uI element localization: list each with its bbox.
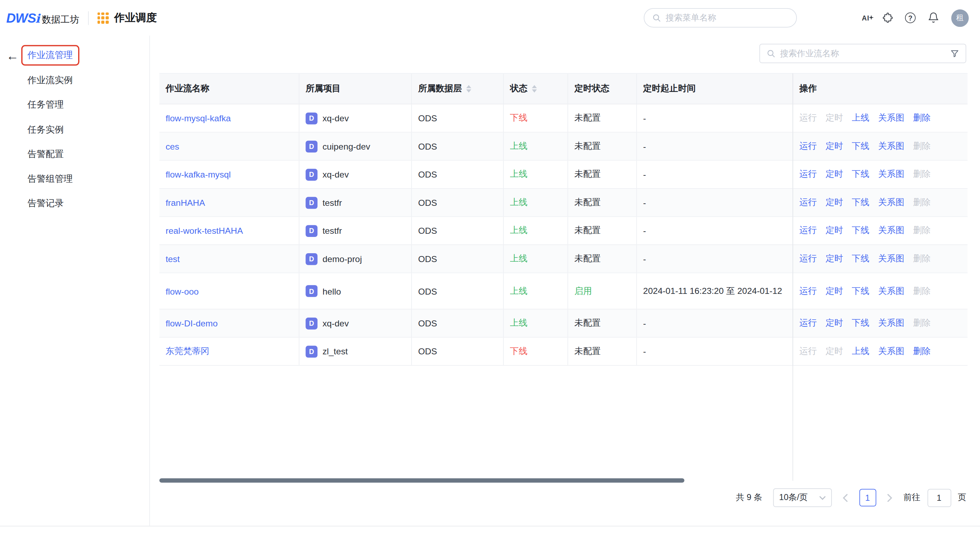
action-link[interactable]: 关系图	[878, 112, 904, 124]
action-link[interactable]: 关系图	[878, 169, 904, 180]
action-link[interactable]: 定时	[826, 285, 843, 297]
app-grid-icon[interactable]	[97, 12, 108, 23]
action-link[interactable]: 关系图	[878, 225, 904, 236]
workflow-name-link[interactable]: flow-ooo	[165, 286, 199, 296]
avatar[interactable]: 租	[951, 9, 969, 27]
brand-logo[interactable]: DWS i 数据工坊	[6, 10, 79, 25]
action-link[interactable]: 关系图	[878, 253, 904, 265]
fixed-column-divider	[792, 73, 793, 481]
action-link[interactable]: 下线	[852, 169, 870, 180]
next-page-button[interactable]	[883, 489, 897, 507]
schedule-time: -	[643, 198, 646, 207]
project-cell: Dzl_test	[299, 338, 411, 365]
action-link[interactable]: 下线	[852, 253, 870, 265]
workflow-search-input[interactable]	[780, 49, 945, 58]
column-label: 操作	[799, 83, 817, 94]
column-header[interactable]: 状态	[503, 74, 568, 104]
action-link[interactable]: 关系图	[878, 346, 904, 357]
action-link[interactable]: 关系图	[878, 317, 904, 329]
action-link[interactable]: 运行	[799, 141, 817, 152]
workflow-search[interactable]	[759, 44, 966, 63]
action-link: 删除	[913, 285, 931, 297]
help-icon[interactable]: ?	[905, 13, 916, 23]
sidebar-item[interactable]: 任务管理	[0, 92, 150, 117]
sidebar-item[interactable]: 任务实例	[0, 117, 150, 142]
sort-icon[interactable]	[466, 85, 471, 92]
status-cell: 上线	[503, 161, 568, 188]
action-link[interactable]: 上线	[852, 112, 870, 124]
workflow-name-link[interactable]: franHAHA	[165, 198, 205, 207]
action-link[interactable]: 运行	[799, 169, 817, 180]
action-link[interactable]: 定时	[826, 197, 843, 208]
action-link[interactable]: 删除	[913, 112, 931, 124]
menu-search-input[interactable]	[666, 13, 789, 22]
action-link[interactable]: 下线	[852, 197, 870, 208]
project-cell: Dtestfr	[299, 217, 411, 244]
page-size-value: 10条/页	[779, 492, 808, 503]
actions-cell: 运行定时上线关系图删除	[792, 338, 967, 365]
project-badge: D	[305, 112, 318, 124]
sidebar-item[interactable]: 作业流实例	[0, 68, 150, 92]
status-text: 下线	[510, 112, 528, 124]
back-arrow-icon[interactable]: ←	[6, 49, 19, 62]
action-link[interactable]: 关系图	[878, 141, 904, 152]
workflow-name-link[interactable]: flow-kafka-mysql	[165, 169, 231, 179]
action-link: 运行	[799, 112, 817, 124]
action-link[interactable]: 定时	[826, 253, 843, 265]
workflow-name-link[interactable]: real-work-testHAHA	[165, 226, 243, 236]
column-label: 所属项目	[305, 83, 340, 94]
action-link[interactable]: 运行	[799, 317, 817, 329]
workflow-name-link[interactable]: 东莞梵蒂冈	[165, 346, 209, 357]
action-link[interactable]: 关系图	[878, 285, 904, 297]
header-divider	[88, 11, 89, 25]
schedule-status-cell: 未配置	[568, 132, 636, 160]
schedule-status: 启用	[574, 285, 592, 297]
action-link[interactable]: 上线	[852, 346, 870, 357]
workflow-name-cell: real-work-testHAHA	[159, 217, 299, 244]
sidebar-item[interactable]: 告警记录	[0, 191, 150, 216]
page-size-select[interactable]: 10条/页	[773, 488, 832, 507]
table-row: flow-kafka-mysqlDxq-devODS上线未配置-运行定时下线关系…	[159, 161, 967, 189]
status-cell: 上线	[503, 309, 568, 337]
workflow-table: 作业流名称所属项目所属数据层状态定时状态定时起止时间操作 flow-mysql-…	[159, 73, 967, 366]
column-header[interactable]: 所属数据层	[411, 74, 503, 104]
action-link[interactable]: 下线	[852, 141, 870, 152]
action-link[interactable]: 定时	[826, 317, 843, 329]
project-badge: D	[305, 253, 318, 265]
sidebar-item[interactable]: 作业流管理	[0, 43, 150, 68]
schedule-time: -	[643, 113, 646, 123]
action-link[interactable]: 下线	[852, 317, 870, 329]
sidebar-item[interactable]: 告警配置	[0, 142, 150, 167]
action-link[interactable]: 定时	[826, 225, 843, 236]
table-row: flow-mysql-kafkaDxq-devODS下线未配置-运行定时上线关系…	[159, 104, 967, 132]
current-page-button[interactable]: 1	[859, 489, 876, 507]
action-link[interactable]: 运行	[799, 285, 817, 297]
action-link[interactable]: 下线	[852, 285, 870, 297]
workflow-name-link[interactable]: ces	[165, 142, 179, 151]
sort-icon[interactable]	[532, 85, 537, 92]
action-link[interactable]: 运行	[799, 225, 817, 236]
workflow-name-link[interactable]: flow-mysql-kafka	[165, 113, 231, 123]
action-link[interactable]: 定时	[826, 141, 843, 152]
sidebar-item[interactable]: 告警组管理	[0, 167, 150, 191]
workflow-name-link[interactable]: test	[165, 254, 180, 264]
plugin-icon[interactable]	[881, 12, 893, 24]
menu-search[interactable]	[644, 8, 797, 27]
action-link[interactable]: 下线	[852, 225, 870, 236]
ai-assistant-icon[interactable]: AI	[862, 14, 869, 22]
workflow-name-link[interactable]: flow-DI-demo	[165, 318, 218, 328]
notification-bell-icon[interactable]	[928, 12, 939, 24]
filter-icon[interactable]	[950, 49, 959, 58]
action-link[interactable]: 运行	[799, 197, 817, 208]
schedule-status-cell: 未配置	[568, 338, 636, 365]
prev-page-button[interactable]	[838, 489, 853, 507]
action-link[interactable]: 关系图	[878, 197, 904, 208]
project-cell: Ddemo-proj	[299, 245, 411, 273]
action-link[interactable]: 运行	[799, 253, 817, 265]
horizontal-scrollbar[interactable]	[159, 478, 684, 482]
schedule-status: 未配置	[574, 197, 601, 208]
project-name: hello	[323, 286, 341, 296]
action-link[interactable]: 删除	[913, 346, 931, 357]
goto-page-input[interactable]	[928, 489, 951, 507]
action-link[interactable]: 定时	[826, 169, 843, 180]
